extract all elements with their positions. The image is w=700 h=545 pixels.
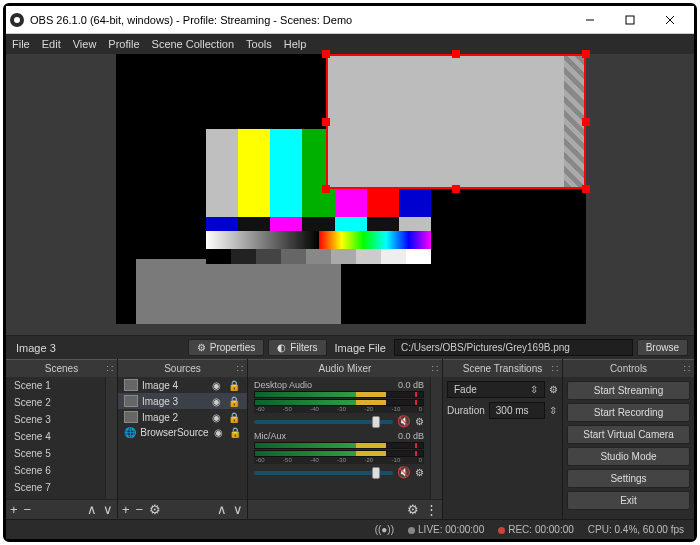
list-item[interactable]: Scene 4: [6, 428, 105, 445]
move-up-button[interactable]: ∧: [87, 502, 97, 517]
list-item[interactable]: Scene 3: [6, 411, 105, 428]
resize-handle[interactable]: [582, 185, 590, 193]
scrollbar[interactable]: [105, 377, 117, 499]
move-down-button[interactable]: ∨: [233, 502, 243, 517]
resize-handle[interactable]: [582, 50, 590, 58]
controls-title: Controls: [610, 363, 647, 374]
channel-settings-button[interactable]: ⚙: [415, 416, 424, 427]
start-recording-button[interactable]: Start Recording: [567, 403, 690, 422]
settings-button[interactable]: Settings: [567, 469, 690, 488]
channel-settings-button[interactable]: ⚙: [415, 467, 424, 478]
lock-toggle[interactable]: 🔒: [227, 396, 241, 407]
live-status: LIVE: 00:00:00: [418, 524, 484, 535]
properties-button[interactable]: ⚙Properties: [188, 339, 265, 356]
popout-icon[interactable]: ⸬: [432, 363, 438, 374]
add-scene-button[interactable]: +: [10, 502, 18, 517]
remove-source-button[interactable]: −: [136, 502, 144, 517]
menu-tools[interactable]: Tools: [246, 38, 272, 50]
menu-profile[interactable]: Profile: [108, 38, 139, 50]
mixer-settings-button[interactable]: ⚙: [407, 502, 419, 517]
lock-toggle[interactable]: 🔒: [227, 380, 241, 391]
transition-properties-button[interactable]: ⚙: [549, 384, 558, 395]
titlebar: OBS 26.1.0 (64-bit, windows) - Profile: …: [6, 6, 694, 34]
list-item[interactable]: Scene 2: [6, 394, 105, 411]
scrollbar[interactable]: [430, 377, 442, 499]
lock-toggle[interactable]: 🔒: [227, 412, 241, 423]
preview-area[interactable]: [6, 54, 694, 335]
source-image-2: [136, 259, 341, 324]
visibility-toggle[interactable]: ◉: [209, 396, 223, 407]
volume-slider[interactable]: [254, 471, 393, 475]
transition-select[interactable]: Fade⇳: [447, 381, 545, 398]
resize-handle[interactable]: [322, 50, 330, 58]
updown-icon: ⇳: [530, 384, 538, 395]
channel-name: Desktop Audio: [254, 380, 312, 390]
scenes-list[interactable]: Scene 1 Scene 2 Scene 3 Scene 4 Scene 5 …: [6, 377, 105, 499]
close-button[interactable]: [650, 7, 690, 33]
exit-button[interactable]: Exit: [567, 491, 690, 510]
duration-field[interactable]: 300 ms: [489, 402, 545, 419]
menu-help[interactable]: Help: [284, 38, 307, 50]
visibility-toggle[interactable]: ◉: [209, 412, 223, 423]
statusbar: ((●)) LIVE: 00:00:00 REC: 00:00:00 CPU: …: [6, 519, 694, 539]
menu-view[interactable]: View: [73, 38, 97, 50]
resize-handle[interactable]: [582, 118, 590, 126]
browse-button[interactable]: Browse: [637, 339, 688, 356]
resize-handle[interactable]: [452, 50, 460, 58]
popout-icon[interactable]: ⸬: [107, 363, 113, 374]
source-item[interactable]: Image 4◉🔒: [118, 377, 247, 393]
updown-icon[interactable]: ⇳: [549, 405, 557, 416]
menu-edit[interactable]: Edit: [42, 38, 61, 50]
move-down-button[interactable]: ∨: [103, 502, 113, 517]
source-item[interactable]: 🌐BrowserSource◉🔒: [118, 425, 247, 440]
volume-slider[interactable]: [254, 420, 393, 424]
menu-file[interactable]: File: [12, 38, 30, 50]
sources-title: Sources: [164, 363, 201, 374]
image-path-field[interactable]: C:/Users/OBS/Pictures/Grey169B.png: [394, 339, 633, 356]
resize-handle[interactable]: [452, 185, 460, 193]
minimize-button[interactable]: [570, 7, 610, 33]
preview-canvas: [116, 54, 586, 324]
visibility-toggle[interactable]: ◉: [213, 427, 225, 438]
visibility-toggle[interactable]: ◉: [209, 380, 223, 391]
source-item[interactable]: Image 3◉🔒: [118, 393, 247, 409]
list-item[interactable]: Scene 5: [6, 445, 105, 462]
popout-icon[interactable]: ⸬: [684, 363, 690, 374]
studio-mode-button[interactable]: Studio Mode: [567, 447, 690, 466]
mixer-menu-button[interactable]: ⋮: [425, 502, 438, 517]
cpu-status: CPU: 0.4%, 60.00 fps: [588, 524, 684, 535]
lock-toggle[interactable]: 🔒: [229, 427, 241, 438]
start-streaming-button[interactable]: Start Streaming: [567, 381, 690, 400]
maximize-button[interactable]: [610, 7, 650, 33]
remove-scene-button[interactable]: −: [24, 502, 32, 517]
sources-list[interactable]: Image 4◉🔒 Image 3◉🔒 Image 2◉🔒 🌐BrowserSo…: [118, 377, 247, 499]
menubar: File Edit View Profile Scene Collection …: [6, 34, 694, 54]
list-item[interactable]: Scene 6: [6, 462, 105, 479]
resize-handle[interactable]: [322, 118, 330, 126]
sources-panel: Sources⸬ Image 4◉🔒 Image 3◉🔒 Image 2◉🔒 🌐…: [118, 359, 248, 519]
filters-button[interactable]: ◐Filters: [268, 339, 326, 356]
mixer-channel: Mic/Aux0.0 dB -60-50-40-30-20-100 🔇 ⚙: [248, 428, 430, 479]
audio-mixer-panel: Audio Mixer⸬ Desktop Audio0.0 dB -60-50-…: [248, 359, 443, 519]
transitions-panel: Scene Transitions⸬ Fade⇳ ⚙ Duration 300 …: [443, 359, 563, 519]
start-virtual-camera-button[interactable]: Start Virtual Camera: [567, 425, 690, 444]
resize-handle[interactable]: [322, 185, 330, 193]
move-up-button[interactable]: ∧: [217, 502, 227, 517]
list-item[interactable]: Scene 7: [6, 479, 105, 496]
mute-button[interactable]: 🔇: [397, 415, 411, 428]
svg-rect-1: [626, 16, 634, 24]
source-properties-button[interactable]: ⚙: [149, 502, 161, 517]
source-item[interactable]: Image 2◉🔒: [118, 409, 247, 425]
source-image-3-selected[interactable]: [326, 54, 586, 189]
popout-icon[interactable]: ⸬: [552, 363, 558, 374]
filter-icon: ◐: [277, 342, 286, 353]
mute-button[interactable]: 🔇: [397, 466, 411, 479]
menu-scene-collection[interactable]: Scene Collection: [152, 38, 235, 50]
vu-meter: [254, 442, 424, 449]
add-source-button[interactable]: +: [122, 502, 130, 517]
list-item[interactable]: Scene 1: [6, 377, 105, 394]
channel-db: 0.0 dB: [398, 431, 424, 441]
broadcast-icon: ((●)): [375, 524, 394, 535]
popout-icon[interactable]: ⸬: [237, 363, 243, 374]
rec-status: REC: 00:00:00: [508, 524, 574, 535]
